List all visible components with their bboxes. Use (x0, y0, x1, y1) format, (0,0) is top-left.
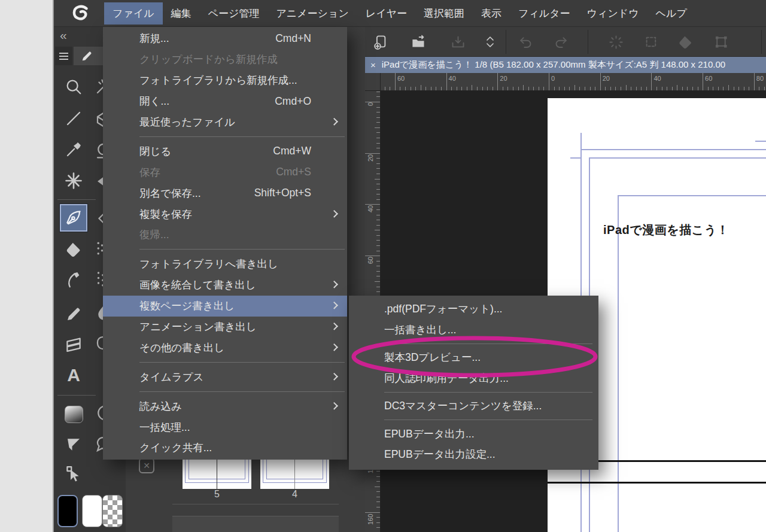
menu-item-import[interactable]: 読み込み (103, 396, 347, 417)
tool-divider (57, 199, 96, 200)
pencil-icon (80, 50, 93, 63)
menu-item-new-from-photo-library[interactable]: フォトライブラリから新規作成... (103, 70, 347, 91)
trim-tick-left (570, 157, 580, 159)
tool-object-select[interactable] (60, 461, 87, 487)
tool-balloon-partial[interactable] (95, 436, 103, 454)
submenu-arrow-icon (330, 302, 338, 309)
submenu-arrow-icon (330, 402, 338, 410)
tool-auto-select[interactable] (60, 168, 87, 194)
export-button[interactable] (446, 31, 469, 53)
tool-pen-selected[interactable] (60, 204, 87, 232)
menu-item-timelapse[interactable]: タイムラプス (103, 366, 347, 387)
new-document-button[interactable] (369, 31, 391, 53)
swatch-black-selected[interactable] (57, 495, 78, 527)
menu-item-export-animation[interactable]: アニメーション書き出し (103, 317, 347, 338)
menu-item-open[interactable]: 開く...Cmd+O (103, 91, 347, 112)
tool-blend-partial[interactable] (95, 303, 103, 321)
trim-tick-right (755, 141, 766, 142)
menu-item-revert[interactable]: 復帰... (103, 224, 347, 245)
menu-item-export-others[interactable]: その他の書き出し (103, 337, 347, 358)
text-tool-icon: A (67, 365, 80, 385)
refresh-button[interactable] (604, 31, 627, 53)
tool-divider (57, 395, 96, 396)
redo-button[interactable] (550, 31, 573, 53)
tool-line[interactable] (60, 105, 87, 132)
magnifier-icon (65, 78, 83, 96)
open-file-button[interactable] (407, 31, 430, 53)
page-number-label: 5 (183, 489, 251, 500)
menu-item-new[interactable]: 新規...Cmd+N (103, 28, 347, 49)
menu-item-export-flattened[interactable]: 画像を統合して書き出し (103, 275, 347, 296)
tool-text[interactable]: A (60, 362, 87, 388)
ruler-number: 60 (397, 75, 405, 82)
tool-correct-line-partial[interactable] (95, 142, 103, 160)
tool-move-partial[interactable] (95, 172, 103, 190)
tool-chevron-partial[interactable] (95, 209, 103, 227)
menu-filter[interactable]: フィルター (510, 2, 579, 25)
collapse-palette-button[interactable]: « (60, 28, 67, 42)
dashed-selection-icon (643, 34, 659, 50)
submenu-item-epub-export-settings[interactable]: EPUBデータ出力設定... (349, 444, 598, 465)
menu-item-export-photo-library[interactable]: フォトライブラリへ書き出し (103, 254, 347, 275)
swatch-white[interactable] (82, 495, 102, 527)
close-box-icon[interactable]: ✕ (139, 458, 154, 473)
tool-eyedropper[interactable] (60, 136, 87, 163)
tool-spray-partial[interactable] (95, 239, 103, 257)
transform-frame-icon (713, 34, 729, 50)
document-tab-bar: × iPadで漫画を描こう！ 1/8 (B5 182.00 x 257.00mm… (365, 57, 766, 73)
document-tab-title[interactable]: iPadで漫画を描こう！ 1/8 (B5 182.00 x 257.00mm 製… (382, 59, 725, 71)
tool-selection-partial[interactable] (95, 404, 103, 422)
tab-close-icon[interactable]: × (370, 60, 376, 70)
menu-item-new-from-clipboard[interactable]: クリップボードから新規作成 (103, 49, 347, 70)
menu-item-quick-share[interactable]: クイック共有... (103, 437, 347, 458)
polyline-lasso-icon (65, 435, 83, 453)
submenu-arrow-icon (330, 373, 338, 381)
menu-help[interactable]: ヘルプ (648, 2, 695, 25)
menu-layer[interactable]: レイヤー (357, 2, 415, 25)
tool-frame-border[interactable] (60, 331, 87, 357)
expand-panels-button[interactable] (479, 31, 501, 53)
select-again-button[interactable] (640, 31, 662, 53)
menu-page-manage[interactable]: ページ管理 (200, 2, 268, 25)
menu-item-close[interactable]: 閉じるCmd+W (103, 141, 347, 162)
submenu-item-epub-export[interactable]: EPUBデータ出力... (349, 424, 598, 445)
tool-polyline[interactable] (60, 431, 87, 457)
file-menu-dropdown: 新規...Cmd+N クリップボードから新規作成 フォトライブラリから新規作成.… (103, 27, 347, 460)
tool-liquify-partial[interactable] (95, 334, 103, 352)
menu-separator (103, 132, 347, 141)
object-select-icon (65, 465, 83, 483)
tool-pencil[interactable] (60, 301, 87, 327)
ruler-number: 40 (367, 205, 374, 212)
menu-item-save-duplicate[interactable]: 複製を保存 (103, 203, 347, 224)
tool-fill[interactable] (60, 236, 87, 263)
undo-button[interactable] (513, 31, 536, 53)
menu-item-batch-process[interactable]: 一括処理... (103, 417, 347, 437)
palette-menu-tab[interactable] (55, 47, 72, 65)
menu-item-recent-files[interactable]: 最近使ったファイル (103, 112, 347, 133)
ruler-number: 40 (653, 75, 661, 82)
menu-item-export-multiple-pages[interactable]: 複数ページ書き出し (103, 296, 347, 317)
ruler-number: 60 (705, 75, 712, 82)
menu-window[interactable]: ウィンドウ (579, 2, 648, 25)
tool-dots-partial[interactable] (95, 269, 103, 290)
menu-item-save-as[interactable]: 別名で保存...Shift+Opt+S (103, 183, 347, 203)
menu-animation[interactable]: アニメーション (268, 2, 357, 25)
swatch-transparent[interactable] (102, 495, 123, 527)
submenu-arrow-icon (330, 281, 338, 288)
submenu-item-dc3-register[interactable]: DC3マスターコンテンツを登録... (349, 396, 598, 417)
tool-zoom[interactable] (60, 74, 87, 100)
tool-gradient[interactable] (60, 401, 87, 427)
tool-ink-pen[interactable] (60, 267, 87, 293)
tool-operation-partial[interactable] (95, 78, 103, 96)
fill-button[interactable] (674, 31, 697, 53)
submenu-item-pdf[interactable]: .pdf(PDFフォーマット)... (349, 299, 598, 320)
horizontal-ruler: 604020020406080 (381, 73, 766, 91)
menu-file[interactable]: ファイル (104, 2, 163, 25)
menu-view[interactable]: 表示 (473, 2, 510, 25)
menu-edit[interactable]: 編集 (163, 2, 200, 25)
menu-item-save[interactable]: 保存Cmd+S (103, 162, 347, 183)
tool-figure-partial[interactable] (95, 111, 103, 129)
menu-separator (349, 388, 598, 396)
transform-button[interactable] (710, 31, 732, 53)
menu-selection[interactable]: 選択範囲 (415, 2, 473, 25)
